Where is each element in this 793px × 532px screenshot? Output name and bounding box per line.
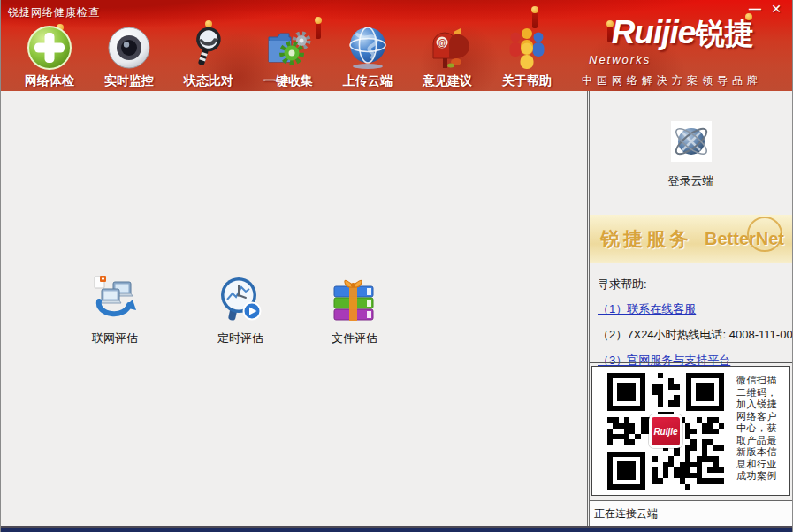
brand-logo: Ruijie锐捷 Networks xyxy=(580,14,785,54)
status-bar: 正在连接云端 xyxy=(590,500,792,526)
magnifier-icon xyxy=(186,25,232,71)
globe-icon xyxy=(345,25,391,71)
toolbar-item-label: 关于帮助 xyxy=(502,73,552,89)
toolbar-item-upload-cloud[interactable]: 上传云端 xyxy=(328,25,408,89)
logo-text-cn: 锐捷 xyxy=(695,17,753,49)
toolbar-item-network-checkup[interactable]: 网络体检 xyxy=(10,25,89,89)
toolbar-item-label: 意见建议 xyxy=(423,73,472,89)
toolbar-item-feedback[interactable]: @ 意见建议 xyxy=(408,25,487,89)
camera-lens-icon xyxy=(106,25,152,71)
help-title: 寻求帮助: xyxy=(598,277,789,293)
networked-computers-icon xyxy=(90,275,140,324)
banner-ring-decoration xyxy=(747,217,782,252)
toolbar-item-label: 实时监控 xyxy=(104,73,154,89)
sidebar: 登录云端 锐捷服务 BetterNet 专业 快捷 增值 寻求帮助: （1）联系… xyxy=(587,91,792,526)
svg-text:@: @ xyxy=(438,38,446,48)
service-banner[interactable]: 锐捷服务 BetterNet 专业 快捷 增值 xyxy=(590,215,792,263)
main-item-scheduled-assess[interactable]: 定时评估 xyxy=(200,275,281,346)
app-window: 锐捷网络健康检查 — ✕ 网络体检 xyxy=(0,0,793,532)
logo-subtext: Networks xyxy=(589,53,651,66)
help-hotline: （2）7X24小时热线电话: 4008-111-000 xyxy=(598,327,789,343)
qr-code: Ruijie xyxy=(607,373,724,490)
cloud-login-button[interactable]: 登录云端 xyxy=(590,121,792,189)
toolbar-item-label: 网络体检 xyxy=(25,73,74,89)
main-item-online-assess[interactable]: 联网评估 xyxy=(74,275,156,346)
toolbar-item-about-help[interactable]: 关于帮助 xyxy=(487,25,567,89)
qr-center-logo: Ruijie xyxy=(649,414,682,448)
banner-title-en-wrap: BetterNet 专业 快捷 增值 xyxy=(705,229,784,249)
divider xyxy=(590,361,792,363)
toolbar: 网络体检 实时监控 xyxy=(10,25,567,89)
brand-tagline: 中国网络解决方案领导品牌 xyxy=(582,73,787,88)
toolbar-item-label: 状态比对 xyxy=(184,73,233,89)
toolbar-item-label: 一键收集 xyxy=(263,73,313,89)
main-item-label: 定时评估 xyxy=(217,331,263,346)
banner-title-cn: 锐捷服务 xyxy=(600,226,692,253)
header-band: 锐捷网络健康检查 — ✕ 网络体检 xyxy=(1,0,792,91)
toolbar-item-status-compare[interactable]: 状态比对 xyxy=(169,25,248,89)
toolbar-item-realtime-monitor[interactable]: 实时监控 xyxy=(89,25,169,89)
archive-books-icon xyxy=(330,275,379,324)
logo-text-en: Ruijie xyxy=(612,14,696,50)
qr-finder xyxy=(607,452,645,490)
main-item-label: 联网评估 xyxy=(92,331,138,346)
qr-finder xyxy=(607,373,645,411)
bottom-bar xyxy=(1,526,792,532)
toolbar-item-label: 上传云端 xyxy=(343,73,393,89)
cloud-login-label: 登录云端 xyxy=(590,173,792,189)
qr-caption: 微信扫描二维码，加入锐捷网络客户中心，获取产品最新版本信息和行业成功案例 xyxy=(736,375,786,495)
main-content: 联网评估 定时评估 xyxy=(1,91,587,526)
folder-gears-icon xyxy=(265,25,311,71)
mailbox-icon: @ xyxy=(424,25,470,71)
people-icon xyxy=(504,25,550,71)
qr-finder xyxy=(686,373,724,411)
window-title: 锐捷网络健康检查 xyxy=(8,5,100,20)
timer-magnifier-icon xyxy=(216,275,265,324)
main-item-file-assess[interactable]: 文件评估 xyxy=(314,275,395,346)
qr-panel: Ruijie 微信扫描二维码，加入锐捷网络客户中心，获取产品最新版本信息和行业成… xyxy=(591,366,790,496)
plus-circle-icon xyxy=(27,25,72,71)
help-link-online-service[interactable]: （1）联系在线客服 xyxy=(598,302,696,315)
toolbar-item-one-key-collect[interactable]: 一键收集 xyxy=(248,25,328,89)
cloud-login-globe-icon xyxy=(671,121,712,162)
main-item-label: 文件评估 xyxy=(332,331,377,346)
